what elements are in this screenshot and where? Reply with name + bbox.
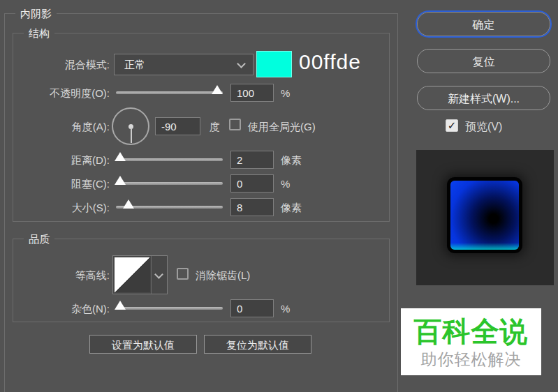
distance-input[interactable]	[230, 151, 274, 169]
chevron-down-icon	[237, 59, 246, 68]
opacity-unit: %	[281, 87, 290, 99]
contour-label: 等高线:	[12, 269, 110, 282]
use-global-light-label: 使用全局光(G)	[248, 121, 316, 134]
choke-slider-track[interactable]	[116, 182, 223, 185]
opacity-input[interactable]	[230, 84, 274, 102]
structure-group-label: 结构	[24, 27, 54, 40]
set-default-button[interactable]: 设置为默认值	[89, 335, 197, 354]
banner-subtitle: 助你轻松解决	[401, 349, 541, 370]
new-style-button[interactable]: 新建样式(W)...	[417, 86, 550, 110]
opacity-slider-track[interactable]	[116, 91, 223, 94]
blend-mode-value: 正常	[124, 59, 145, 70]
color-hex-text: 00ffde	[299, 50, 361, 74]
blend-mode-select[interactable]: 正常	[114, 54, 254, 75]
noise-input[interactable]	[230, 299, 274, 317]
size-label: 大小(S):	[12, 202, 110, 215]
angle-dial[interactable]	[112, 107, 149, 145]
contour-thumbnail	[115, 257, 150, 292]
style-preview-panel	[416, 150, 554, 285]
distance-unit: 像素	[281, 154, 302, 167]
use-global-light-checkbox[interactable]	[229, 119, 241, 130]
angle-dial-pointer	[131, 128, 132, 143]
shadow-color-swatch[interactable]	[256, 51, 292, 77]
chevron-down-icon	[154, 270, 163, 279]
noise-unit: %	[281, 303, 290, 315]
angle-label: 角度(A):	[12, 121, 110, 134]
dialog-title: 内阴影	[15, 8, 57, 21]
anti-alias-label: 消除锯齿(L)	[196, 269, 250, 282]
preview-checkbox[interactable]: ✓	[446, 119, 458, 132]
inner-shadow-dialog: 内阴影 结构 混合模式: 正常 00ffde 不透明度(O): % 角度(A):…	[0, 0, 558, 392]
choke-unit: %	[281, 178, 290, 190]
distance-slider-track[interactable]	[116, 158, 223, 161]
reset-default-button[interactable]: 复位为默认值	[204, 335, 311, 354]
quality-group-label: 品质	[24, 233, 54, 246]
preview-shape	[450, 181, 519, 250]
preview-checkbox-label: 预览(V)	[465, 120, 502, 135]
noise-slider-track[interactable]	[116, 307, 223, 310]
angle-input[interactable]	[155, 117, 200, 135]
anti-alias-checkbox[interactable]	[177, 268, 189, 280]
blend-mode-label: 混合模式:	[12, 59, 110, 72]
ok-button[interactable]: 确定	[417, 12, 550, 36]
size-input[interactable]	[230, 198, 274, 216]
choke-input[interactable]	[230, 174, 274, 193]
size-unit: 像素	[281, 202, 302, 215]
banner-title: 百科全说	[401, 312, 541, 351]
contour-dropdown[interactable]	[151, 256, 168, 294]
watermark-banner: 百科全说 助你轻松解决	[401, 308, 541, 375]
angle-unit: 度	[210, 121, 220, 134]
noise-label: 杂色(N):	[12, 303, 110, 316]
choke-label: 阻塞(C):	[12, 178, 110, 191]
reset-button[interactable]: 复位	[417, 49, 550, 73]
contour-picker[interactable]	[112, 255, 168, 294]
opacity-label: 不透明度(O):	[12, 87, 110, 100]
distance-label: 距离(D):	[12, 154, 110, 167]
